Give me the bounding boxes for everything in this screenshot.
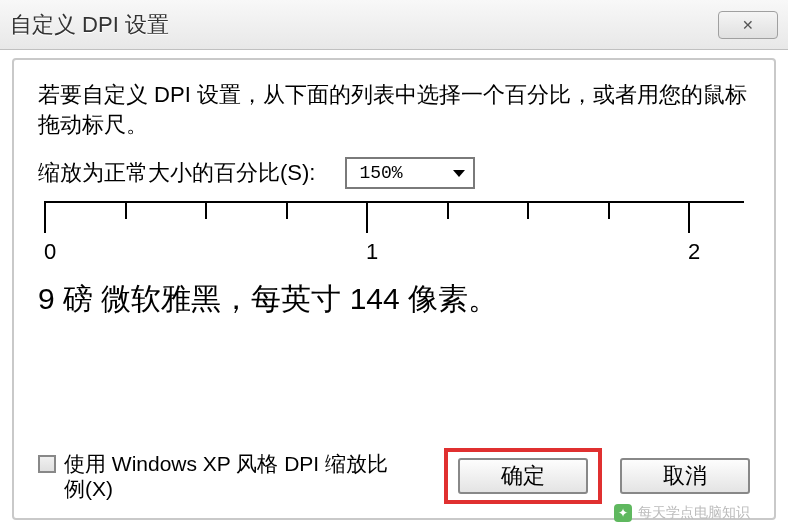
close-icon: ✕ <box>742 17 754 33</box>
button-group: 确定 取消 <box>444 448 750 504</box>
bottom-row: 使用 Windows XP 风格 DPI 缩放比例(X) 确定 取消 <box>38 448 750 504</box>
ruler-tick-0: 0 <box>44 239 56 265</box>
watermark: ✦ 每天学点电脑知识 <box>614 504 750 522</box>
xp-style-label: 使用 Windows XP 风格 DPI 缩放比例(X) <box>64 451 394 501</box>
wechat-icon: ✦ <box>614 504 632 522</box>
ruler[interactable]: 0 1 2 <box>44 201 744 259</box>
window-title: 自定义 DPI 设置 <box>10 10 169 40</box>
scale-row: 缩放为正常大小的百分比(S): 150% <box>38 157 750 189</box>
ok-button[interactable]: 确定 <box>458 458 588 494</box>
ruler-tick-1: 1 <box>366 239 378 265</box>
scale-combobox[interactable]: 150% <box>345 157 475 189</box>
titlebar: 自定义 DPI 设置 ✕ <box>0 0 788 50</box>
close-button[interactable]: ✕ <box>718 11 778 39</box>
xp-style-checkbox-wrap[interactable]: 使用 Windows XP 风格 DPI 缩放比例(X) <box>38 451 434 501</box>
ruler-tick-2: 2 <box>688 239 700 265</box>
scale-label: 缩放为正常大小的百分比(S): <box>38 158 315 188</box>
dialog-content: 若要自定义 DPI 设置，从下面的列表中选择一个百分比，或者用您的鼠标拖动标尺。… <box>12 58 776 520</box>
sample-text: 9 磅 微软雅黑，每英寸 144 像素。 <box>38 279 750 320</box>
watermark-text: 每天学点电脑知识 <box>638 504 750 522</box>
ok-highlight: 确定 <box>444 448 602 504</box>
xp-style-checkbox[interactable] <box>38 455 56 473</box>
scale-value: 150% <box>359 163 402 183</box>
cancel-button[interactable]: 取消 <box>620 458 750 494</box>
instruction-text: 若要自定义 DPI 设置，从下面的列表中选择一个百分比，或者用您的鼠标拖动标尺。 <box>38 80 750 139</box>
chevron-down-icon <box>453 170 465 177</box>
ruler-wrap: 0 1 2 <box>44 201 744 259</box>
